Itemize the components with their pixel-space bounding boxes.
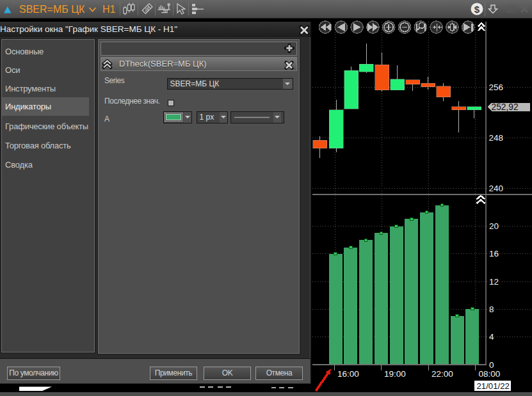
- svg-text:$: $: [474, 4, 480, 15]
- svg-text:248: 248: [489, 133, 504, 143]
- svg-text:12: 12: [489, 277, 499, 287]
- svg-text:H1: H1: [102, 4, 116, 15]
- svg-text:4: 4: [489, 332, 494, 342]
- svg-text:19:00: 19:00: [384, 369, 406, 379]
- svg-text:22:00: 22:00: [431, 369, 453, 379]
- svg-text:252,92: 252,92: [492, 102, 519, 112]
- svg-text:08:00: 08:00: [479, 369, 501, 379]
- svg-text:8: 8: [489, 305, 494, 314]
- svg-text:256: 256: [489, 83, 504, 92]
- svg-text:16:00: 16:00: [337, 369, 359, 379]
- svg-text:SBER=МБ ЦК: SBER=МБ ЦК: [19, 4, 85, 15]
- svg-text:0: 0: [489, 360, 494, 370]
- svg-text:20: 20: [489, 221, 499, 231]
- svg-text:21/01/22: 21/01/22: [477, 381, 510, 391]
- svg-text:16: 16: [489, 249, 499, 258]
- svg-text:240: 240: [489, 184, 504, 193]
